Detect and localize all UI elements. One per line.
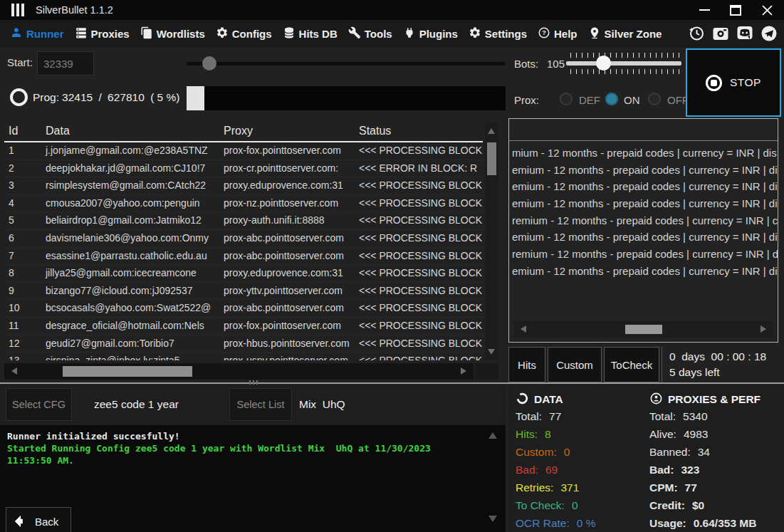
minimize-button[interactable] xyxy=(699,4,710,16)
log-line: Started Running Config zee5 code 1 year … xyxy=(7,442,473,466)
data-stats-list: Total:77 Hits:8 Custom:0 Bad:69 xyxy=(516,407,644,532)
result-line[interactable]: remium - 12 months - prepaid codes | cur… xyxy=(512,212,778,229)
select-cfg-button[interactable]: Select CFG xyxy=(6,388,72,421)
prox-radio-def[interactable] xyxy=(560,93,573,105)
result-line[interactable]: emium - 12 months - prepaid codes | curr… xyxy=(512,229,778,246)
stop-button[interactable]: STOP xyxy=(686,48,781,117)
column-header-status[interactable]: Status xyxy=(355,122,483,141)
table-row[interactable]: 4 cmousa2007@yahoo.com:penguin prox-nz.p… xyxy=(4,195,483,213)
start-slider-thumb[interactable] xyxy=(202,56,216,71)
nav-item-hits-db[interactable]: Hits DB xyxy=(283,26,338,41)
results-horizontal-scrollbar[interactable] xyxy=(513,321,773,338)
table-horizontal-scrollbar[interactable] xyxy=(4,363,474,380)
result-line[interactable]: mium - 12 months - prepaid codes | curre… xyxy=(512,145,778,162)
close-button[interactable] xyxy=(761,4,773,16)
scroll-down-arrow-icon[interactable] xyxy=(488,349,495,355)
result-line[interactable]: emium - 12 months - prepaid codes | curr… xyxy=(512,162,778,179)
table-row[interactable]: 3 rsimplesystem@gmail.com:CAtch22 proxy.… xyxy=(4,177,483,195)
nav-item-silver-zone[interactable]: Silver Zone xyxy=(588,26,662,41)
circular-arrow-icon xyxy=(516,392,529,408)
bots-slider-thumb[interactable] xyxy=(596,56,611,71)
result-line[interactable]: emium - 12 months - prepaid codes | curr… xyxy=(512,195,778,212)
tab-hits[interactable]: Hits xyxy=(508,347,545,382)
cell-id: 3 xyxy=(4,177,41,194)
stat-item: Retries:371 xyxy=(516,479,644,496)
stat-item: To Check:0 xyxy=(516,496,644,514)
nav-item-tools[interactable]: Tools xyxy=(348,26,392,41)
table-row[interactable]: 10 bcsocasals@yahoo.com:Swat2522@ prox-a… xyxy=(4,300,483,318)
cell-data: rsimplesystem@gmail.com:CAtch22 xyxy=(41,177,219,194)
result-line[interactable]: emium - 12 months - prepaid codes | curr… xyxy=(512,178,778,195)
scroll-right-arrow-icon[interactable] xyxy=(461,367,466,375)
panel-splitter[interactable] xyxy=(0,382,784,384)
result-line[interactable]: remium - 12 months - prepaid codes | cur… xyxy=(512,246,778,263)
result-line[interactable]: emium - 12 months - prepaid codes | curr… xyxy=(512,263,778,280)
cell-status: <<< ERROR IN BLOCK: R xyxy=(355,160,483,177)
vertical-scroll-thumb[interactable] xyxy=(487,142,496,175)
table-vertical-scrollbar[interactable] xyxy=(485,122,498,360)
horizontal-scroll-thumb[interactable] xyxy=(63,366,192,377)
scroll-up-arrow-icon[interactable] xyxy=(488,128,495,134)
nav-item-configs[interactable]: Configs xyxy=(216,26,272,41)
prox-radio-on-label[interactable]: ON xyxy=(624,94,640,106)
maximize-button[interactable] xyxy=(730,4,741,16)
prox-radio-on[interactable] xyxy=(605,93,618,105)
scroll-left-arrow-icon[interactable] xyxy=(521,325,526,333)
hits-results-panel: mium - 12 months - prepaid codes | curre… xyxy=(508,118,778,343)
column-header-data[interactable]: Data xyxy=(41,122,219,141)
scroll-right-arrow-icon[interactable] xyxy=(761,325,766,333)
table-row[interactable]: 6 davismelanie306@yahoo.com:Onmy prox-ab… xyxy=(4,230,483,248)
table-row[interactable]: 2 deepjokhakar.jd@gmail.com:CJ10!7 prox-… xyxy=(4,160,483,178)
table-row[interactable]: 12 geudi27@gmail.com:Toribio7 prox-hbus.… xyxy=(4,335,483,353)
start-slider[interactable] xyxy=(187,62,506,66)
tab-custom[interactable]: Custom xyxy=(548,347,602,382)
stat-item: Alive:4983 xyxy=(649,425,783,443)
cell-data: geudi27@gmail.com:Toribio7 xyxy=(41,335,219,353)
prox-radio-off[interactable] xyxy=(648,93,661,105)
log-scroll-down-arrow-icon[interactable] xyxy=(488,516,497,522)
timer-box: 0 days 00 : 00 : 18 5 days left xyxy=(662,347,766,382)
cell-data: davismelanie306@yahoo.com:Onmy xyxy=(41,230,219,247)
table-row[interactable]: 8 jillya25@gmail.com:icecreamcone proxy.… xyxy=(4,265,483,283)
cell-status: <<< PROCESSING BLOCK xyxy=(355,265,483,282)
start-input[interactable] xyxy=(37,51,94,75)
camera-icon[interactable] xyxy=(711,25,730,42)
cell-status: <<< PROCESSING BLOCK xyxy=(355,212,483,229)
stat-item: OCR Rate:0 % xyxy=(516,514,644,532)
table-row[interactable]: 7 esassine1@parrastu.catholic.edu.au pro… xyxy=(4,248,483,266)
select-list-button[interactable]: Select List xyxy=(229,388,292,421)
prox-radio-def-label[interactable]: DEF xyxy=(579,94,600,106)
telegram-icon[interactable] xyxy=(760,25,778,42)
cell-status: <<< PROCESSING BLOCK xyxy=(355,318,483,335)
back-button[interactable]: Back xyxy=(6,507,71,532)
table-row[interactable]: 13 sirsnina_zinta@inbox.lv:zinta5 prox-u… xyxy=(4,353,483,360)
stat-item: Bad:323 xyxy=(649,461,783,479)
cell-data: esassine1@parrastu.catholic.edu.au xyxy=(41,248,219,265)
progress-bar xyxy=(187,86,506,110)
table-row[interactable]: 11 desgrace_oficial@hotmail.com:Nels pro… xyxy=(4,318,483,335)
nav-item-plugins[interactable]: Plugins xyxy=(403,26,458,41)
nav-item-wordlists[interactable]: Wordlists xyxy=(140,26,205,41)
log-scroll-up-arrow-icon[interactable] xyxy=(488,432,497,439)
nav-item-runner[interactable]: Runner xyxy=(10,26,64,41)
results-scroll-thumb[interactable] xyxy=(625,325,662,334)
nav-item-help[interactable]: ? Help xyxy=(538,26,577,41)
scroll-left-arrow-icon[interactable] xyxy=(11,367,17,375)
discord-icon[interactable] xyxy=(736,25,754,42)
table-row[interactable]: 1 j.jonjame@gmail.com:@e238A5TNZ prox-fo… xyxy=(4,142,483,160)
table-row[interactable]: 5 beliairdrop1@gmail.com:Jatmiko12 proxy… xyxy=(4,212,483,230)
cell-id: 6 xyxy=(4,230,41,247)
bots-slider[interactable] xyxy=(566,53,681,74)
cell-data: sirsnina_zinta@inbox.lv:zinta5 xyxy=(41,353,219,360)
nav-item-proxies[interactable]: Proxies xyxy=(75,26,130,41)
nav-item-settings[interactable]: Settings xyxy=(469,26,527,41)
settings-gear-icon xyxy=(469,26,481,41)
table-row[interactable]: 9 bizango77@icloud.com:jJ092537 prox-ytt… xyxy=(4,283,483,301)
progress-ring-icon xyxy=(10,88,28,106)
column-header-id[interactable]: Id xyxy=(4,122,41,141)
tab-tocheck[interactable]: ToCheck xyxy=(604,347,659,382)
results-blank-row xyxy=(509,119,778,141)
history-icon[interactable] xyxy=(687,25,706,42)
column-header-proxy[interactable]: Proxy xyxy=(219,122,355,141)
proxies-stats-header: PROXIES & PERF xyxy=(649,392,783,407)
